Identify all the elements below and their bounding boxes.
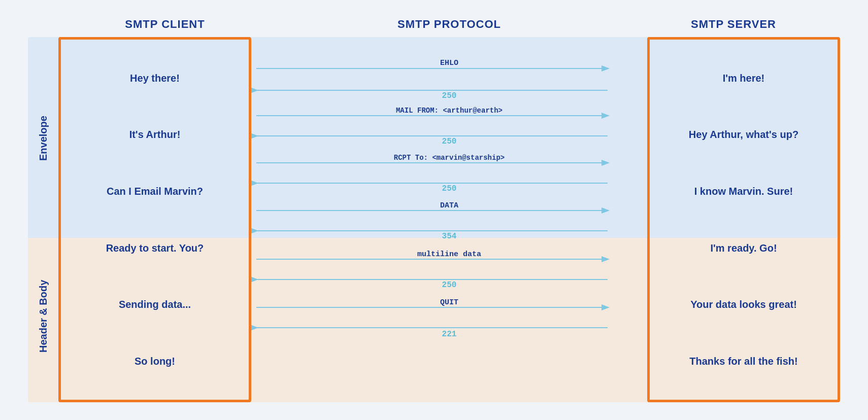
server-msg-4: Your data looks great! (690, 298, 797, 311)
server-msg-3: I'm ready. Go! (710, 241, 777, 255)
server-msg-2: I know Marvin. Sure! (694, 185, 793, 198)
client-box: Hey there! It's Arthur! Can I Email Marv… (58, 37, 251, 402)
columns-header: SMTP CLIENT SMTP PROTOCOL SMTP SERVER (28, 18, 840, 31)
server-msg-5: Thanks for all the fish! (689, 355, 797, 368)
svg-text:RCPT To: <marvin@starship>: RCPT To: <marvin@starship> (394, 154, 505, 162)
arrows-svg: EHLO 250 MAIL FROM: <arthur@earth> 250 R… (251, 37, 647, 402)
svg-text:250: 250 (442, 184, 457, 193)
svg-text:multiline data: multiline data (417, 250, 481, 259)
svg-text:221: 221 (442, 330, 457, 339)
client-header-label: SMTP CLIENT (58, 18, 272, 31)
header-body-label: Header & Body (38, 230, 49, 402)
client-msg-2: Can I Email Marvin? (107, 185, 203, 198)
svg-text:EHLO: EHLO (440, 59, 458, 67)
diagram-wrapper: SMTP CLIENT SMTP PROTOCOL SMTP SERVER En… (28, 18, 840, 402)
svg-text:MAIL FROM: <arthur@earth>: MAIL FROM: <arthur@earth> (396, 107, 503, 115)
client-msg-4: Sending data... (119, 298, 191, 311)
svg-text:250: 250 (442, 281, 457, 290)
client-msg-5: So long! (135, 355, 175, 368)
client-msg-1: It's Arthur! (129, 128, 181, 141)
server-msg-0: I'm here! (723, 72, 765, 85)
protocol-area: EHLO 250 MAIL FROM: <arthur@earth> 250 R… (251, 37, 647, 402)
main-content: Envelope Header & Body Hey there! It's A… (28, 37, 840, 402)
server-msg-1: Hey Arthur, what's up? (689, 128, 798, 141)
svg-text:250: 250 (442, 137, 457, 146)
svg-text:QUIT: QUIT (440, 298, 458, 307)
server-box: I'm here! Hey Arthur, what's up? I know … (647, 37, 840, 402)
svg-text:354: 354 (442, 232, 457, 241)
svg-text:DATA: DATA (440, 201, 458, 210)
client-msg-3: Ready to start. You? (106, 241, 204, 255)
client-msg-0: Hey there! (130, 72, 180, 85)
server-header-label: SMTP SERVER (627, 18, 840, 31)
envelope-label: Envelope (38, 47, 49, 230)
svg-text:250: 250 (442, 91, 457, 100)
protocol-header-label: SMTP PROTOCOL (272, 18, 627, 31)
side-labels: Envelope Header & Body (28, 37, 58, 402)
